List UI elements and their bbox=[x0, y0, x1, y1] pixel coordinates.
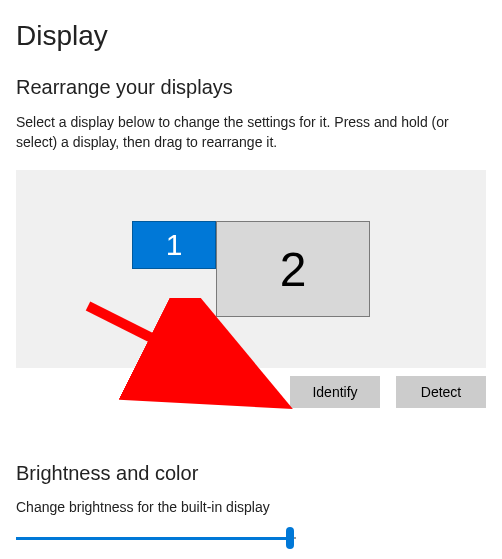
arrange-buttons-row: Identify Detect bbox=[16, 376, 486, 408]
monitor-1[interactable]: 1 bbox=[132, 221, 216, 269]
identify-button[interactable]: Identify bbox=[290, 376, 380, 408]
rearrange-description: Select a display below to change the set… bbox=[16, 113, 486, 152]
brightness-slider[interactable] bbox=[16, 527, 296, 551]
display-arrangement-area[interactable]: 1 2 bbox=[16, 170, 486, 368]
slider-fill bbox=[16, 537, 288, 540]
slider-thumb[interactable] bbox=[286, 527, 294, 549]
brightness-slider-label: Change brightness for the built-in displ… bbox=[16, 499, 486, 515]
monitor-2[interactable]: 2 bbox=[216, 221, 370, 317]
monitor-canvas: 1 2 bbox=[132, 221, 370, 317]
rearrange-heading: Rearrange your displays bbox=[16, 76, 486, 99]
brightness-heading: Brightness and color bbox=[16, 462, 486, 485]
page-title: Display bbox=[16, 20, 486, 52]
detect-button[interactable]: Detect bbox=[396, 376, 486, 408]
